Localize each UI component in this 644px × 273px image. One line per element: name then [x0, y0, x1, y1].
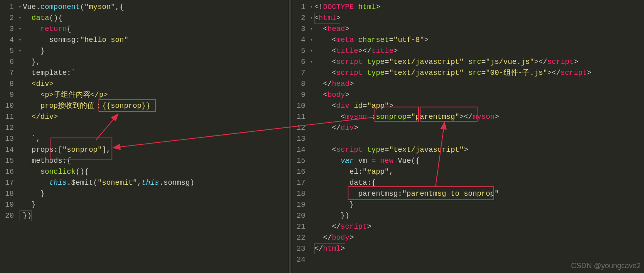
- left-gutter[interactable]: 1234567891011121314151617181920: [0, 0, 17, 273]
- line-number[interactable]: 18: [291, 188, 305, 199]
- code-line[interactable]: </div>: [314, 122, 591, 133]
- code-line[interactable]: sonclick(){: [23, 166, 194, 177]
- right-code-area[interactable]: <!DOCTYPE html><html> <head> <meta chars…: [314, 0, 591, 273]
- code-line[interactable]: el:"#app",: [314, 166, 591, 177]
- line-number[interactable]: 3: [0, 24, 14, 35]
- code-line[interactable]: prop接收到的值：{{sonprop}}: [23, 100, 194, 111]
- line-number[interactable]: 20: [0, 210, 14, 221]
- line-number[interactable]: 13: [291, 133, 305, 144]
- code-line[interactable]: <p>子组件内容</p>: [23, 90, 194, 100]
- code-line[interactable]: </body>: [314, 232, 591, 243]
- line-number[interactable]: 7: [291, 68, 305, 79]
- code-line[interactable]: sonmsg:"hello son": [23, 35, 194, 46]
- line-number[interactable]: 22: [291, 232, 305, 243]
- code-line[interactable]: }: [23, 46, 194, 57]
- code-line[interactable]: }: [23, 188, 194, 199]
- line-number[interactable]: 5: [0, 46, 14, 57]
- line-number[interactable]: 5: [291, 46, 305, 57]
- code-line[interactable]: </html>: [314, 243, 591, 254]
- line-number[interactable]: 4: [0, 35, 14, 46]
- line-number[interactable]: 2: [291, 13, 305, 24]
- code-line[interactable]: return{: [23, 24, 194, 35]
- line-number[interactable]: 12: [0, 122, 14, 133]
- line-number[interactable]: 8: [0, 79, 14, 90]
- fold-toggle-icon[interactable]: ▾: [309, 57, 314, 68]
- code-line[interactable]: }: [314, 199, 591, 210]
- line-number[interactable]: 4: [291, 35, 305, 46]
- line-number[interactable]: 19: [0, 199, 14, 210]
- fold-toggle-icon[interactable]: ▾: [17, 24, 23, 35]
- line-number[interactable]: 9: [0, 90, 14, 100]
- line-number[interactable]: 1: [0, 2, 14, 13]
- line-number[interactable]: 13: [0, 133, 14, 144]
- line-number[interactable]: 24: [291, 254, 305, 265]
- code-line[interactable]: [23, 122, 194, 133]
- right-fold-column[interactable]: ▾▾▾▾▾▾: [309, 0, 314, 273]
- line-number[interactable]: 8: [291, 79, 305, 90]
- line-number[interactable]: 7: [0, 68, 14, 79]
- code-line[interactable]: template:`: [23, 68, 194, 79]
- code-line[interactable]: <div>: [23, 79, 194, 90]
- code-line[interactable]: <myson :sonprop="parentmsg"></myson>: [314, 111, 591, 122]
- right-gutter[interactable]: 123456789101112131415161718192021222324: [291, 0, 309, 273]
- code-line[interactable]: methods:{: [23, 155, 194, 166]
- code-line[interactable]: <script type="text/javascript" src="00-组…: [314, 68, 591, 79]
- fold-toggle-icon[interactable]: ▾: [17, 2, 23, 13]
- right-editor-pane[interactable]: 123456789101112131415161718192021222324 …: [291, 0, 644, 273]
- fold-toggle-icon[interactable]: ▾: [17, 13, 23, 24]
- fold-toggle-icon[interactable]: ▾: [309, 13, 314, 24]
- code-line[interactable]: data:{: [314, 177, 591, 188]
- line-number[interactable]: 14: [0, 144, 14, 155]
- line-number[interactable]: 19: [291, 199, 305, 210]
- code-line[interactable]: <html>: [314, 13, 591, 24]
- code-line[interactable]: </head>: [314, 79, 591, 90]
- fold-toggle-icon[interactable]: ▾: [309, 24, 314, 35]
- fold-toggle-icon[interactable]: ▾: [17, 46, 23, 57]
- code-line[interactable]: Vue.component("myson",{: [23, 2, 194, 13]
- fold-toggle-icon[interactable]: ▾: [309, 46, 314, 57]
- code-line[interactable]: [314, 254, 591, 265]
- code-line[interactable]: <title></title>: [314, 46, 591, 57]
- line-number[interactable]: 14: [291, 144, 305, 155]
- line-number[interactable]: 10: [291, 100, 305, 111]
- code-line[interactable]: data(){: [23, 13, 194, 24]
- line-number[interactable]: 3: [291, 24, 305, 35]
- line-number[interactable]: 15: [0, 155, 14, 166]
- line-number[interactable]: 15: [291, 155, 305, 166]
- line-number[interactable]: 11: [0, 111, 14, 122]
- line-number[interactable]: 23: [291, 243, 305, 254]
- code-line[interactable]: [314, 133, 591, 144]
- code-line[interactable]: }): [314, 210, 591, 221]
- code-line[interactable]: }: [23, 199, 194, 210]
- code-line[interactable]: <body>: [314, 90, 591, 100]
- code-line[interactable]: </script>: [314, 221, 591, 232]
- code-line[interactable]: var vm = new Vue({: [314, 155, 591, 166]
- line-number[interactable]: 9: [291, 90, 305, 100]
- line-number[interactable]: 21: [291, 221, 305, 232]
- pane-divider[interactable]: [288, 0, 291, 273]
- code-line[interactable]: `,: [23, 133, 194, 144]
- code-line[interactable]: <div id="app">: [314, 100, 591, 111]
- code-line[interactable]: </div>: [23, 111, 194, 122]
- fold-toggle-icon[interactable]: ▾: [309, 2, 314, 13]
- line-number[interactable]: 10: [0, 100, 14, 111]
- code-line[interactable]: <head>: [314, 24, 591, 35]
- line-number[interactable]: 6: [291, 57, 305, 68]
- code-line[interactable]: }): [23, 210, 194, 221]
- line-number[interactable]: 1: [291, 2, 305, 13]
- line-number[interactable]: 6: [0, 57, 14, 68]
- fold-toggle-icon[interactable]: ▾: [309, 35, 314, 46]
- code-line[interactable]: <!DOCTYPE html>: [314, 2, 591, 13]
- code-line[interactable]: <script type="text/javascript" src="js/v…: [314, 57, 591, 68]
- line-number[interactable]: 16: [291, 166, 305, 177]
- line-number[interactable]: 12: [291, 122, 305, 133]
- left-fold-column[interactable]: ▾▾▾▾▾: [17, 0, 23, 273]
- code-line[interactable]: this.$emit("sonemit",this.sonmsg): [23, 177, 194, 188]
- code-line[interactable]: <script type="text/javascript">: [314, 144, 591, 155]
- code-line[interactable]: <meta charset="utf-8">: [314, 35, 591, 46]
- left-code-area[interactable]: Vue.component("myson",{ data(){ return{ …: [23, 0, 194, 273]
- line-number[interactable]: 17: [291, 177, 305, 188]
- code-line[interactable]: parentmsg:"parentmsg to sonprop": [314, 188, 591, 199]
- code-line[interactable]: },: [23, 57, 194, 68]
- line-number[interactable]: 17: [0, 177, 14, 188]
